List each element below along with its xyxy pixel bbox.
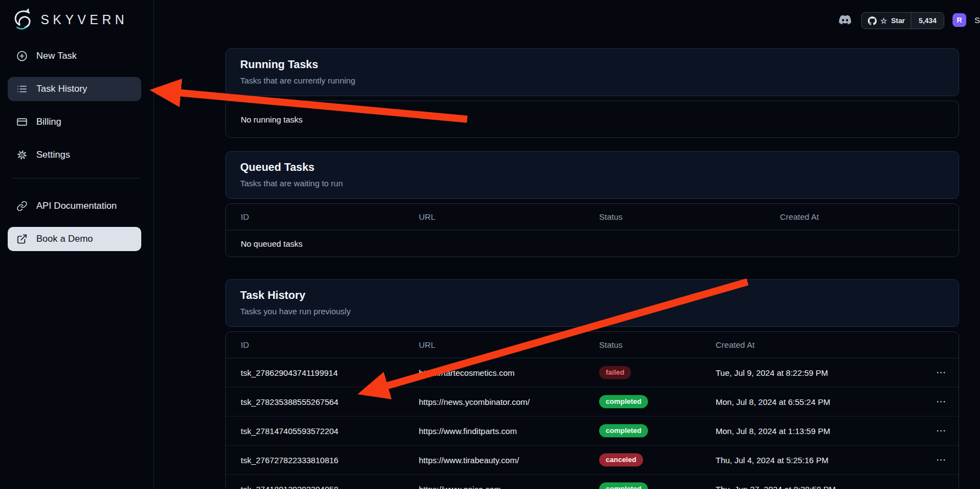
row-url: https://www.tirabeauty.com/ bbox=[404, 455, 584, 465]
row-actions-button[interactable]: ⋯ bbox=[931, 396, 951, 408]
topbar: ☆ Star 5,434 R S bbox=[154, 0, 980, 35]
column-header-status: Status bbox=[584, 340, 701, 349]
content: Running Tasks Tasks that are currently r… bbox=[154, 35, 980, 489]
running-tasks-empty: No running tasks bbox=[226, 101, 959, 137]
row-actions-cell: ⋯ bbox=[923, 484, 959, 489]
row-created-at: Mon, Jul 8, 2024 at 6:55:24 PM bbox=[701, 397, 923, 407]
link-icon bbox=[16, 201, 27, 212]
row-actions-cell: ⋯ bbox=[923, 454, 959, 466]
sidebar-item-label: Task History bbox=[36, 84, 87, 95]
row-actions-button[interactable]: ⋯ bbox=[931, 425, 951, 437]
github-star-button[interactable]: ☆ Star 5,434 bbox=[861, 12, 944, 29]
sidebar-item-label: Book a Demo bbox=[36, 234, 93, 244]
queued-tasks-empty: No queued tasks bbox=[226, 230, 959, 257]
row-url: https://news.ycombinator.com/ bbox=[404, 397, 584, 407]
row-id: tsk_278235388555267564 bbox=[226, 397, 404, 407]
row-actions-cell: ⋯ bbox=[923, 425, 959, 437]
row-url: https://tartecosmetics.com bbox=[404, 368, 584, 377]
status-badge: completed bbox=[599, 424, 648, 438]
section-title: Queued Tasks bbox=[240, 161, 944, 174]
row-created-at: Mon, Jul 8, 2024 at 1:13:59 PM bbox=[701, 426, 923, 436]
column-header-id: ID bbox=[226, 212, 404, 221]
sidebar-item-task-history[interactable]: Task History bbox=[8, 77, 141, 101]
running-tasks-header: Running Tasks Tasks that are currently r… bbox=[225, 48, 959, 96]
section-title: Task History bbox=[240, 289, 944, 302]
column-header-id: ID bbox=[226, 340, 404, 349]
column-header-created-at: Created At bbox=[701, 340, 923, 349]
row-created-at: Thu, Jun 27, 2024 at 8:38:58 PM bbox=[701, 485, 923, 489]
user-name-partial: S bbox=[975, 15, 980, 25]
task-history-header: Task History Tasks you have run previous… bbox=[225, 279, 959, 327]
sidebar: SKYVERN New Task Task History Billing bbox=[0, 0, 154, 489]
table-header-row: ID URL Status Created At bbox=[226, 332, 959, 358]
discord-icon[interactable] bbox=[837, 14, 853, 26]
table-row[interactable]: tsk_276727822333810816https://www.tirabe… bbox=[226, 446, 959, 475]
row-actions-button[interactable]: ⋯ bbox=[931, 454, 951, 466]
row-status-cell: failed bbox=[584, 366, 701, 380]
sidebar-item-label: New Task bbox=[36, 51, 76, 62]
sidebar-item-settings[interactable]: Settings bbox=[8, 143, 141, 167]
row-created-at: Tue, Jul 9, 2024 at 8:22:59 PM bbox=[701, 368, 923, 377]
github-star-count[interactable]: 5,434 bbox=[911, 13, 944, 29]
running-tasks-section: Running Tasks Tasks that are currently r… bbox=[225, 48, 959, 138]
row-id: tsk_278147405593572204 bbox=[226, 426, 404, 436]
sidebar-nav-secondary: API Documentation Book a Demo bbox=[0, 190, 153, 251]
row-id: tsk_276727822333810816 bbox=[226, 455, 404, 465]
status-badge: canceled bbox=[599, 453, 643, 467]
table-row[interactable]: tsk_274180139292204058https://www.geico.… bbox=[226, 475, 959, 489]
row-status-cell: completed bbox=[584, 482, 701, 489]
status-badge: completed bbox=[599, 482, 648, 489]
sidebar-item-label: API Documentation bbox=[36, 201, 117, 212]
app-root: SKYVERN New Task Task History Billing bbox=[0, 0, 980, 489]
credit-card-icon bbox=[16, 116, 27, 127]
column-header-created-at: Created At bbox=[765, 212, 923, 221]
row-url: https://www.geico.com bbox=[404, 485, 584, 489]
sidebar-item-new-task[interactable]: New Task bbox=[8, 44, 141, 68]
table-header-row: ID URL Status Created At bbox=[226, 204, 959, 230]
column-header-status: Status bbox=[584, 212, 765, 221]
list-icon bbox=[16, 84, 27, 95]
brand[interactable]: SKYVERN bbox=[0, 5, 153, 40]
status-badge: failed bbox=[599, 366, 631, 380]
row-created-at: Thu, Jul 4, 2024 at 5:25:16 PM bbox=[701, 455, 923, 465]
star-icon: ☆ bbox=[881, 17, 888, 25]
github-icon bbox=[868, 16, 877, 25]
table-row[interactable]: tsk_278147405593572204https://www.findit… bbox=[226, 416, 959, 446]
column-header-url: URL bbox=[404, 340, 584, 349]
row-actions-button[interactable]: ⋯ bbox=[931, 484, 951, 489]
section-title: Running Tasks bbox=[240, 58, 944, 71]
row-actions-cell: ⋯ bbox=[923, 396, 959, 408]
github-star-label: Star bbox=[891, 16, 905, 25]
row-url: https://www.finditparts.com bbox=[404, 426, 584, 436]
plus-circle-icon bbox=[16, 51, 27, 62]
gear-icon bbox=[16, 149, 27, 160]
sidebar-item-book-a-demo[interactable]: Book a Demo bbox=[8, 227, 141, 251]
table-row[interactable]: tsk_278235388555267564https://news.ycomb… bbox=[226, 387, 959, 416]
external-link-icon bbox=[16, 234, 27, 244]
queued-tasks-header: Queued Tasks Tasks that are waiting to r… bbox=[225, 151, 959, 199]
sidebar-item-api-documentation[interactable]: API Documentation bbox=[8, 194, 141, 218]
task-history-rows: tsk_278629043741199914https://tartecosme… bbox=[226, 358, 959, 489]
sidebar-nav-primary: New Task Task History Billing Settings bbox=[0, 40, 153, 167]
avatar[interactable]: R bbox=[953, 13, 966, 27]
brand-name: SKYVERN bbox=[41, 13, 128, 27]
task-history-section: Task History Tasks you have run previous… bbox=[225, 279, 959, 489]
sidebar-divider bbox=[13, 178, 140, 179]
queued-tasks-section: Queued Tasks Tasks that are waiting to r… bbox=[225, 151, 959, 257]
row-id: tsk_274180139292204058 bbox=[226, 485, 404, 489]
sidebar-item-billing[interactable]: Billing bbox=[8, 110, 141, 134]
queued-tasks-table: ID URL Status Created At No queued tasks bbox=[225, 203, 959, 257]
row-status-cell: completed bbox=[584, 424, 701, 438]
main-area: ☆ Star 5,434 R S Running Tasks Tasks tha… bbox=[154, 0, 980, 489]
github-star-segment[interactable]: ☆ Star bbox=[862, 13, 911, 29]
table-row[interactable]: tsk_278629043741199914https://tartecosme… bbox=[226, 358, 959, 387]
row-status-cell: canceled bbox=[584, 453, 701, 467]
sidebar-item-label: Settings bbox=[36, 149, 70, 160]
sidebar-item-label: Billing bbox=[36, 116, 61, 127]
task-history-table: ID URL Status Created At tsk_27862904374… bbox=[225, 331, 959, 489]
row-status-cell: completed bbox=[584, 395, 701, 409]
section-subtitle: Tasks you have run previously bbox=[240, 307, 944, 316]
row-actions-button[interactable]: ⋯ bbox=[931, 366, 951, 379]
row-id: tsk_278629043741199914 bbox=[226, 368, 404, 377]
running-tasks-panel: No running tasks bbox=[225, 101, 959, 138]
